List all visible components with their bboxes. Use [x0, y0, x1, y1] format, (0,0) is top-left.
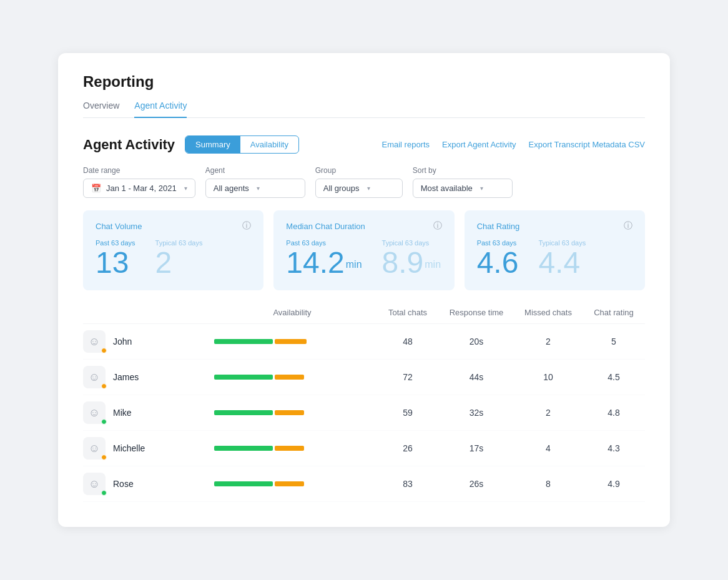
group-chevron: ▾: [367, 185, 370, 192]
col-header-missed-chats: Missed chats: [514, 308, 583, 317]
agent-cell: ☺ Mike: [83, 401, 208, 424]
availability-bar: [208, 339, 376, 344]
bar-green: [214, 446, 273, 451]
agent-name: John: [113, 337, 132, 347]
header-actions: Email reports Export Agent Activity Expo…: [381, 140, 645, 149]
metric-info-icon: ⓘ: [242, 220, 251, 232]
sort-by-value: Most available: [421, 184, 473, 193]
sort-by-filter: Sort by Most available ▾: [413, 166, 513, 198]
table-row: ☺ Michelle 26 17s 4 4.3: [83, 431, 645, 466]
metric-typical-value: 8.9min: [382, 248, 441, 278]
total-chats-value: 83: [376, 479, 439, 489]
chat-rating-value: 4.3: [583, 443, 645, 453]
metric-title: Median Chat Duration ⓘ: [286, 220, 441, 232]
status-dot: [101, 455, 107, 460]
availability-bar: [208, 481, 376, 486]
metrics-row: Chat Volume ⓘ Past 63 days 13 Typical 63…: [83, 210, 645, 290]
agent-name: James: [113, 372, 139, 382]
agent-name: Michelle: [113, 443, 145, 453]
status-dot: [101, 490, 107, 496]
response-time-value: 32s: [439, 408, 514, 418]
chat-rating-value: 4.8: [583, 408, 645, 418]
group-select[interactable]: All groups ▾: [315, 179, 403, 198]
agent-label: Agent: [205, 166, 305, 175]
agent-name: Mike: [113, 408, 132, 418]
metric-past-col: Past 63 days 14.2min: [286, 239, 362, 278]
table-row: ☺ Rose 83 26s 8 4.9: [83, 466, 645, 502]
table-row: ☺ James 72 44s 10 4.5: [83, 360, 645, 395]
response-time-value: 17s: [439, 443, 514, 453]
chat-rating-value: 4.9: [583, 479, 645, 489]
bar-green: [214, 339, 273, 344]
bar-orange: [275, 339, 307, 344]
agent-chevron: ▾: [257, 185, 260, 192]
email-reports-link[interactable]: Email reports: [381, 140, 430, 149]
total-chats-value: 59: [376, 408, 439, 418]
metric-past-col: Past 63 days 4.6: [477, 239, 519, 278]
bar-green: [214, 375, 273, 380]
metric-card-chat-volume: Chat Volume ⓘ Past 63 days 13 Typical 63…: [83, 210, 263, 290]
col-header-name: [83, 308, 208, 317]
avatar-wrap: ☺: [83, 473, 106, 495]
missed-chats-value: 2: [514, 337, 583, 347]
toggle-availability[interactable]: Availability: [240, 136, 298, 153]
metric-card-chat-rating: Chat Rating ⓘ Past 63 days 4.6 Typical 6…: [465, 210, 645, 290]
tab-overview[interactable]: Overview: [83, 101, 119, 118]
agent-cell: ☺ John: [83, 330, 208, 353]
agent-select[interactable]: All agents ▾: [205, 179, 305, 198]
chat-rating-value: 4.5: [583, 372, 645, 382]
chat-rating-value: 5: [583, 337, 645, 347]
toggle-summary[interactable]: Summary: [185, 136, 240, 153]
status-dot: [101, 419, 107, 425]
section-title: Agent Activity: [83, 137, 175, 153]
metric-typical-col: Typical 63 days 4.4: [538, 239, 586, 278]
tab-bar: Overview Agent Activity: [83, 101, 645, 118]
metric-typical-col: Typical 63 days 8.9min: [382, 239, 441, 278]
date-range-select[interactable]: 📅 Jan 1 - Mar 4, 2021 ▾: [83, 179, 195, 198]
missed-chats-value: 8: [514, 479, 583, 489]
metric-past-value: 4.6: [477, 248, 519, 278]
export-activity-link[interactable]: Export Agent Activity: [442, 140, 516, 149]
bar-green: [214, 481, 273, 486]
agent-cell: ☺ James: [83, 366, 208, 388]
metric-title: Chat Rating ⓘ: [477, 220, 632, 232]
col-header-chat-rating: Chat rating: [583, 308, 645, 317]
main-card: Reporting Overview Agent Activity Agent …: [58, 53, 670, 527]
bar-green: [214, 410, 273, 415]
filters: Date range 📅 Jan 1 - Mar 4, 2021 ▾ Agent…: [83, 166, 645, 198]
metric-card-median-chat-duration: Median Chat Duration ⓘ Past 63 days 14.2…: [273, 210, 454, 290]
sort-by-chevron: ▾: [480, 185, 483, 192]
availability-bar: [208, 375, 376, 380]
avatar-wrap: ☺: [83, 366, 106, 388]
bar-orange: [275, 410, 305, 415]
total-chats-value: 26: [376, 443, 439, 453]
export-csv-link[interactable]: Export Transcript Metadata CSV: [529, 140, 645, 149]
agent-cell: ☺ Rose: [83, 473, 208, 495]
tab-agent-activity[interactable]: Agent Activity: [134, 101, 187, 118]
calendar-icon: 📅: [91, 184, 101, 193]
availability-bar: [208, 410, 376, 415]
avatar-wrap: ☺: [83, 437, 106, 460]
table-body: ☺ John 48 20s 2 5 ☺ James 72 44s 10 4.5: [83, 324, 645, 502]
group-filter: Group All groups ▾: [315, 166, 403, 198]
missed-chats-value: 2: [514, 408, 583, 418]
response-time-value: 44s: [439, 372, 514, 382]
sort-by-label: Sort by: [413, 166, 513, 175]
metric-title: Chat Volume ⓘ: [96, 220, 251, 232]
missed-chats-value: 10: [514, 372, 583, 382]
bar-orange: [275, 375, 305, 380]
metric-past-col: Past 63 days 13: [96, 239, 135, 278]
bar-orange: [275, 446, 305, 451]
section-header: Agent Activity Summary Availability Emai…: [83, 135, 645, 154]
sort-by-select[interactable]: Most available ▾: [413, 179, 513, 198]
metric-values: Past 63 days 14.2min Typical 63 days 8.9…: [286, 239, 441, 278]
response-time-value: 26s: [439, 479, 514, 489]
group-label: Group: [315, 166, 403, 175]
status-dot: [101, 348, 107, 353]
agent-filter: Agent All agents ▾: [205, 166, 305, 198]
table-row: ☺ John 48 20s 2 5: [83, 324, 645, 360]
availability-bar: [208, 446, 376, 451]
status-dot: [101, 383, 107, 389]
bar-orange: [275, 481, 305, 486]
date-range-label: Date range: [83, 166, 195, 175]
